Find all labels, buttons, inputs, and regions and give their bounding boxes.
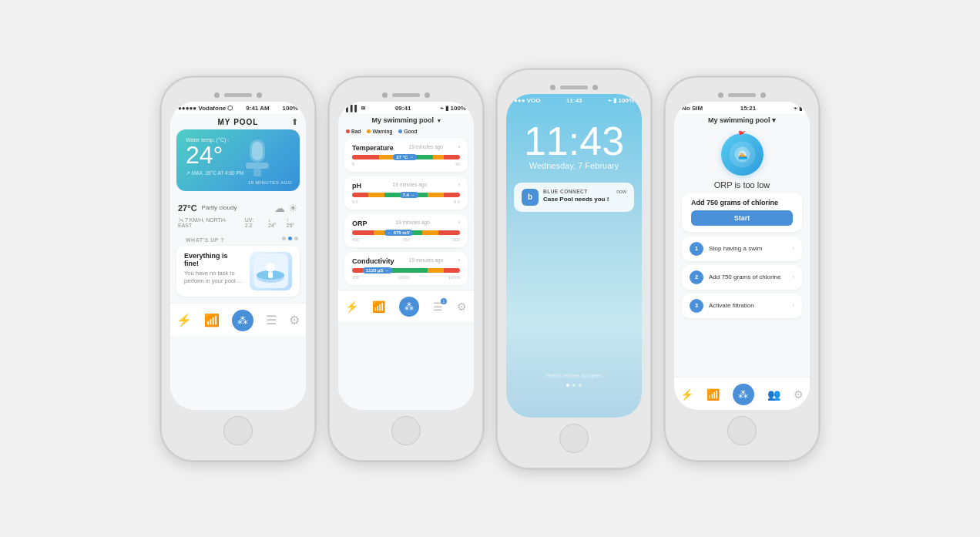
temp-low: ↓ 24° bbox=[268, 217, 280, 228]
legend-good-label: Good bbox=[404, 129, 417, 134]
upload-icon[interactable]: ⬆ bbox=[291, 117, 298, 127]
step-1[interactable]: 1 Stop having a swim › bbox=[682, 237, 802, 261]
metric-ph[interactable]: pH 19 minutes ago › 7.4 → 6.8 8.0 bbox=[344, 176, 468, 210]
outdoor-temp: 27°C bbox=[178, 203, 197, 213]
phone1-header: MY POOL ⬆ bbox=[170, 113, 306, 129]
phone1-nav: ⚡ 📶 ⁂ ☰ ⚙ bbox=[170, 303, 306, 336]
flag-icon: 🚩 bbox=[738, 131, 746, 138]
phone1-status-bar: ●●●●● Vodafone ⬡ 9:41 AM 100% bbox=[170, 102, 306, 113]
phone4-carrier: No SIM bbox=[682, 105, 703, 112]
notif-app-name: BLUE CONNECT bbox=[543, 189, 588, 194]
nav-settings[interactable]: ⚙ bbox=[289, 313, 300, 327]
ph-time: 19 minutes ago bbox=[393, 182, 427, 190]
phone4-status-bar: No SIM 15:21 ⌁ ▮ bbox=[674, 102, 810, 113]
page-dot-1[interactable] bbox=[566, 384, 569, 387]
phone3-battery: ⌁ ▮ 100% bbox=[608, 97, 634, 104]
legend-bad-label: Bad bbox=[351, 129, 361, 134]
orp-arrow[interactable]: › bbox=[458, 220, 460, 227]
phone4-header: My swimming pool ▾ bbox=[674, 113, 810, 127]
phone3-screen: ●●● VOO 11:43 ⌁ ▮ 100% 11:43 Wednesday, … bbox=[506, 94, 642, 418]
phone2-speaker bbox=[392, 93, 420, 97]
phone2-legend: Bad Warning Good bbox=[338, 127, 474, 139]
phone2-battery: ⌁ ▮ 100% bbox=[440, 105, 466, 112]
p2-nav-list[interactable]: ☰ 1 bbox=[433, 300, 443, 313]
phone2-camera2 bbox=[425, 92, 430, 98]
phone1-wind-uv: 🌬 7 KM/H, NORTH-EAST UV: 2.2 ↓ 24° ↑ 29° bbox=[170, 216, 306, 233]
nav-bluetooth[interactable]: ⁂ bbox=[232, 310, 253, 331]
phone4-home-button[interactable] bbox=[727, 416, 757, 445]
temperature-value: 27 °C → bbox=[393, 154, 417, 160]
nav-pool[interactable]: ⚡ bbox=[176, 313, 192, 327]
phone1-time: 9:41 AM bbox=[246, 105, 269, 112]
conductivity-track: 1120 µS → bbox=[352, 268, 460, 273]
phone1-outdoor-weather: 27°C Partly cloudy ☁ ☀ bbox=[170, 197, 306, 216]
notif-message: Case Pool needs you ! bbox=[543, 196, 626, 203]
p4-nav-people[interactable]: 👥 bbox=[767, 388, 780, 401]
phone1-camera2 bbox=[257, 92, 262, 98]
phone4-dropdown[interactable]: ▾ bbox=[772, 116, 776, 124]
temp-min: 5 bbox=[352, 162, 354, 166]
weather-desc: Partly cloudy bbox=[202, 204, 237, 211]
conductivity-time: 19 minutes ago bbox=[409, 257, 443, 265]
temp-high: ↑ 29° bbox=[287, 217, 298, 228]
step-3-num: 3 bbox=[690, 299, 703, 313]
phone-1: ●●●●● Vodafone ⬡ 9:41 AM 100% MY POOL ⬆ … bbox=[161, 77, 315, 461]
p4-nav-bluetooth[interactable]: ⁂ bbox=[733, 384, 754, 405]
ph-max: 8.0 bbox=[454, 200, 460, 204]
dropdown-arrow[interactable]: ▾ bbox=[438, 118, 441, 123]
p4-nav-signal[interactable]: 📶 bbox=[706, 388, 720, 401]
p4-nav-pool[interactable]: ⚡ bbox=[680, 388, 693, 401]
phone2-header: My swimming pool ▾ bbox=[338, 113, 474, 127]
nav-list[interactable]: ☰ bbox=[266, 313, 277, 327]
p2-nav-settings[interactable]: ⚙ bbox=[457, 300, 467, 313]
ph-arrow[interactable]: › bbox=[458, 182, 460, 190]
step-2[interactable]: 2 Add 750 grams of chlorine › bbox=[682, 265, 802, 290]
metric-orp[interactable]: ORP 19 minutes ago › ← 670 mV 400 750 90… bbox=[344, 214, 468, 247]
temperature-arrow[interactable]: › bbox=[458, 144, 460, 152]
phone1-inner: ●●●●● Vodafone ⬡ 9:41 AM 100% MY POOL ⬆ … bbox=[170, 102, 306, 410]
dot-2[interactable] bbox=[288, 237, 292, 240]
p2-nav-pool[interactable]: ⚡ bbox=[345, 300, 358, 313]
card-body: You have no task to perform in your pool… bbox=[184, 270, 243, 286]
start-button[interactable]: Start bbox=[691, 210, 793, 226]
notification-content: BLUE CONNECT now Case Pool needs you ! bbox=[543, 189, 626, 203]
step-3[interactable]: 3 Activate filtration › bbox=[682, 294, 802, 318]
metric-conductivity[interactable]: Conductivity 19 minutes ago › 1120 µS → … bbox=[344, 252, 468, 285]
phone3-home-button[interactable] bbox=[559, 424, 589, 453]
dot-3[interactable] bbox=[294, 237, 298, 240]
page-dot-3[interactable] bbox=[579, 384, 582, 387]
phone3-inner: ●●● VOO 11:43 ⌁ ▮ 100% 11:43 Wednesday, … bbox=[506, 94, 642, 418]
legend-bad: Bad bbox=[346, 129, 361, 134]
phone4-instruction-card: Add 750 grams of chlorine Start bbox=[682, 193, 802, 232]
notif-time: now bbox=[616, 189, 626, 194]
phone2-camera bbox=[382, 92, 388, 98]
metric-temperature[interactable]: Temperature 19 minutes ago › 27 °C → 5 4… bbox=[344, 139, 468, 172]
phone2-home-button[interactable] bbox=[391, 416, 421, 445]
page-dots bbox=[506, 384, 642, 387]
page-dot-2[interactable] bbox=[572, 384, 576, 387]
phone2-screen: ▌▌▌ ≋ 09:41 ⌁ ▮ 100% My swimming pool ▾ … bbox=[338, 102, 474, 410]
nav-signal[interactable]: 📶 bbox=[204, 313, 220, 327]
phone4-time: 15:21 bbox=[740, 105, 756, 112]
phone4-title[interactable]: My swimming pool bbox=[708, 116, 770, 124]
weather-icons: ☁ ☀ bbox=[274, 202, 298, 214]
phone2-title[interactable]: My swimming pool bbox=[371, 116, 434, 124]
p4-nav-settings[interactable]: ⚙ bbox=[794, 388, 804, 401]
phone2-status-bar: ▌▌▌ ≋ 09:41 ⌁ ▮ 100% bbox=[338, 102, 474, 113]
uv-info: UV: 2.2 bbox=[245, 217, 262, 228]
step-3-text: Activate filtration bbox=[709, 302, 787, 309]
step-3-chevron: › bbox=[792, 302, 794, 309]
phones-container: ●●●●● Vodafone ⬡ 9:41 AM 100% MY POOL ⬆ … bbox=[146, 54, 834, 484]
p2-nav-signal[interactable]: 📶 bbox=[372, 300, 385, 313]
whats-up-label: WHAT'S UP ? bbox=[178, 234, 232, 244]
phone1-home-button[interactable] bbox=[223, 416, 253, 445]
step-2-chevron: › bbox=[792, 274, 794, 280]
conductivity-arrow[interactable]: › bbox=[458, 257, 460, 265]
phone1-weather-card: Water temp. (°C) : 24° ↗ MAX. 26°C AT 4:… bbox=[176, 129, 300, 191]
p2-nav-bluetooth[interactable]: ⁂ bbox=[399, 297, 419, 317]
phone4-icon-area: 🚩 🏊 ORP is too low bbox=[674, 127, 810, 193]
phone3-notification[interactable]: b BLUE CONNECT now Case Pool needs you ! bbox=[514, 183, 634, 212]
legend-warning: Warning bbox=[367, 129, 392, 134]
dot-1[interactable] bbox=[282, 237, 286, 240]
conductivity-name: Conductivity bbox=[352, 257, 394, 265]
